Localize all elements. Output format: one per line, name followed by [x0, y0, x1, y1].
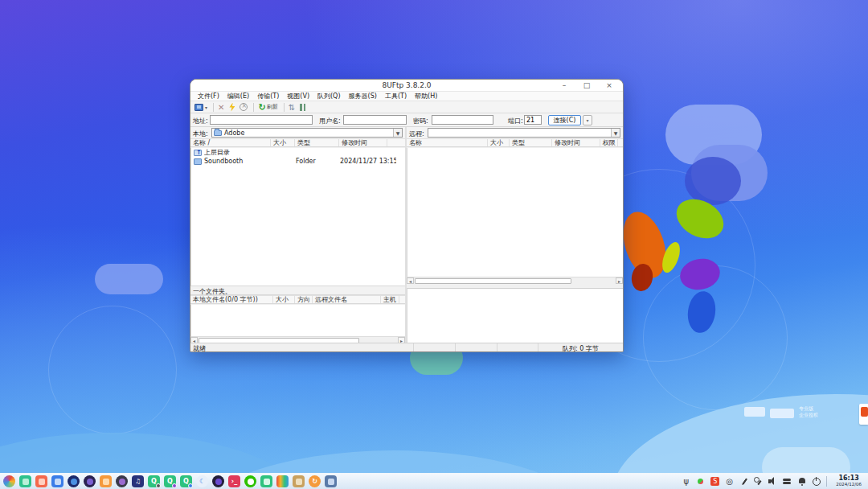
- password-input[interactable]: [432, 115, 493, 125]
- qq-purple-badge-icon[interactable]: Q: [164, 475, 176, 487]
- menu-item-2[interactable]: 传输(T): [253, 92, 283, 101]
- screen-share-icon[interactable]: [260, 475, 272, 487]
- sogou-input-icon[interactable]: S: [710, 477, 719, 486]
- local-path-combo[interactable]: Adobe ▼: [211, 128, 403, 138]
- qq-gray-badge-icon[interactable]: Q: [148, 475, 160, 487]
- folder-icon: [194, 158, 202, 165]
- camera-icon[interactable]: [116, 475, 128, 487]
- scroll-left-icon[interactable]: ◂: [407, 277, 414, 284]
- qq-blue-badge-icon[interactable]: Q: [180, 475, 192, 487]
- menu-item-1[interactable]: 编辑(E): [223, 92, 253, 101]
- browser-atom-icon[interactable]: [68, 475, 80, 487]
- menu-item-0[interactable]: 文件(F): [194, 92, 223, 101]
- local-info-bar: 一个文件夹。: [190, 286, 405, 295]
- scrollbar-thumb[interactable]: [415, 278, 571, 284]
- app-store-orange-icon[interactable]: [100, 475, 112, 487]
- column-header[interactable]: 方向: [295, 296, 313, 303]
- menu-item-5[interactable]: 服务器(S): [345, 92, 381, 101]
- crescent-browser-icon[interactable]: ☾: [196, 475, 208, 487]
- transfer-icon: ⇅: [289, 103, 295, 112]
- file-name: 上层目录: [204, 148, 272, 157]
- column-header[interactable]: 类型: [295, 139, 339, 146]
- peace-icon[interactable]: [725, 477, 734, 486]
- start-launcher-icon[interactable]: [3, 475, 15, 487]
- column-header[interactable]: 主机: [381, 296, 399, 303]
- ftp-app-icon[interactable]: [325, 475, 337, 487]
- chevron-down-icon[interactable]: ▼: [393, 129, 402, 137]
- taskbar: ♫QQQ☾›_↻ S 16:13 2024/12/06: [0, 473, 868, 489]
- scroll-right-icon[interactable]: ▸: [616, 277, 623, 284]
- usb-icon[interactable]: [682, 477, 690, 486]
- menu-item-3[interactable]: 视图(V): [283, 92, 313, 101]
- pen-icon[interactable]: [739, 477, 748, 486]
- column-header[interactable]: 大小: [271, 139, 295, 146]
- close-button[interactable]: ×: [600, 80, 618, 92]
- file-name: Soundbooth: [204, 158, 272, 165]
- stop-icon: [240, 103, 248, 111]
- chevron-down-icon[interactable]: ▼: [611, 129, 620, 137]
- column-header[interactable]: 修改时间: [339, 139, 387, 146]
- maximize-button[interactable]: □: [578, 80, 596, 92]
- menu-item-7[interactable]: 帮助(H): [411, 92, 441, 101]
- clock-date: 2024/12/06: [836, 483, 862, 487]
- column-header[interactable]: 大小: [488, 139, 510, 146]
- file-manager-icon[interactable]: [51, 475, 63, 487]
- column-header[interactable]: 大小: [273, 296, 295, 303]
- app-grid-red-icon[interactable]: [35, 475, 47, 487]
- column-header-filler: [399, 296, 405, 303]
- column-header[interactable]: 名称: [407, 139, 488, 146]
- username-input[interactable]: [343, 115, 407, 125]
- terminal-green-icon[interactable]: [19, 475, 31, 487]
- eye-icon[interactable]: [783, 477, 792, 486]
- archive-box-icon[interactable]: [293, 475, 305, 487]
- abort-button[interactable]: [238, 102, 249, 113]
- transfer-button[interactable]: ⇅: [287, 102, 297, 113]
- connect-button[interactable]: 连接(C): [548, 115, 581, 125]
- column-header[interactable]: 权限: [600, 139, 618, 146]
- dark-drop-icon[interactable]: [212, 475, 224, 487]
- chevron-down-icon[interactable]: ▾: [205, 105, 207, 110]
- quick-connect-button[interactable]: [227, 102, 236, 113]
- sync-orange-icon[interactable]: ↻: [309, 475, 321, 487]
- column-header[interactable]: 名称 /: [190, 139, 271, 146]
- file-row-0[interactable]: 上层目录: [191, 148, 405, 157]
- remote-horizontal-scrollbar[interactable]: ◂ ▸: [407, 277, 623, 284]
- refresh-label: 刷新: [267, 103, 278, 111]
- title-bar[interactable]: 8UFtp 3.8.2.0 – □ ×: [190, 80, 623, 92]
- key-icon[interactable]: [754, 477, 763, 486]
- remote-path-combo[interactable]: ▼: [428, 128, 620, 138]
- disconnect-button[interactable]: ✕: [216, 102, 226, 113]
- browser-swirl-icon[interactable]: [84, 475, 96, 487]
- refresh-button[interactable]: ↻ 刷新: [256, 102, 279, 113]
- petal-darkred: [629, 262, 655, 293]
- pause-button[interactable]: [298, 102, 307, 113]
- column-header[interactable]: 修改时间: [552, 139, 600, 146]
- column-header[interactable]: 本地文件名(0/0 字节)): [190, 296, 273, 303]
- toolbar: ▾ ✕ ↻ 刷新 ⇅: [190, 101, 623, 113]
- wechat-icon[interactable]: [244, 475, 256, 487]
- volume-icon[interactable]: [768, 477, 777, 486]
- lightning-icon: [229, 103, 235, 112]
- port-input[interactable]: [524, 115, 542, 125]
- address-bar: 地址: 用户名: 密码: 端口: 连接(C) ▾: [190, 113, 623, 127]
- panes-container: 本地: Adobe ▼ 名称 /大小类型修改时间 上层目录SoundboothF…: [190, 127, 623, 343]
- photo-stripes-icon[interactable]: [276, 475, 289, 487]
- desktop-shortcut-icon[interactable]: [859, 404, 868, 425]
- address-input[interactable]: [210, 115, 313, 125]
- minimize-button[interactable]: –: [555, 80, 573, 92]
- power-icon[interactable]: [812, 477, 821, 486]
- notification-badge: [156, 483, 161, 488]
- menu-item-6[interactable]: 工具(T): [381, 92, 411, 101]
- music-blue-icon[interactable]: ♫: [132, 475, 144, 487]
- column-header[interactable]: 远程文件名: [313, 296, 381, 303]
- clock[interactable]: 16:13 2024/12/06: [833, 475, 865, 487]
- connect-site-button[interactable]: ▾: [193, 102, 209, 113]
- column-header[interactable]: 类型: [510, 139, 552, 146]
- connect-dropdown-button[interactable]: ▾: [583, 115, 592, 125]
- bell-icon[interactable]: [797, 477, 806, 486]
- menu-bar: 文件(F)编辑(E)传输(T)视图(V)队列(Q)服务器(S)工具(T)帮助(H…: [190, 92, 623, 101]
- menu-item-4[interactable]: 队列(Q): [313, 92, 345, 101]
- terminal-red-icon[interactable]: ›_: [228, 475, 240, 487]
- color-dot-icon[interactable]: [696, 477, 705, 486]
- file-row-1[interactable]: SoundboothFolder2024/11/27 13:15: [191, 157, 405, 166]
